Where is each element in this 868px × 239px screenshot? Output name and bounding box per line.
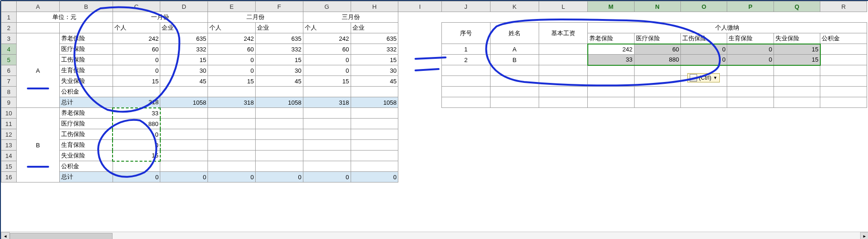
cell[interactable] <box>774 172 820 182</box>
cell[interactable]: 1 <box>441 44 490 55</box>
col-P[interactable]: P <box>727 1 774 12</box>
cell[interactable] <box>774 87 820 97</box>
cell[interactable] <box>727 12 774 23</box>
cell[interactable]: 332 <box>351 44 398 55</box>
cell[interactable] <box>208 161 256 172</box>
row-3[interactable]: 3 A 养老保险 242 635 242 635 242 635 养老保险 医疗… <box>1 33 867 44</box>
cell[interactable] <box>490 151 539 161</box>
cell[interactable]: 0 <box>351 172 398 182</box>
row-15[interactable]: 15 公积金 <box>1 161 867 172</box>
cell[interactable]: 15 <box>208 76 256 87</box>
col-E[interactable]: E <box>208 1 256 12</box>
cell[interactable] <box>727 76 774 87</box>
cell[interactable] <box>634 12 680 23</box>
cell[interactable] <box>820 108 867 119</box>
col-J[interactable]: J <box>441 1 490 12</box>
row-12[interactable]: 12 工伤保险 0 <box>1 129 867 140</box>
col-N[interactable]: N <box>634 1 680 12</box>
cell[interactable] <box>208 129 256 140</box>
cell[interactable]: 30 <box>255 65 303 76</box>
cell[interactable]: 318 <box>303 97 351 108</box>
hdr-name[interactable]: 姓名 <box>490 23 539 44</box>
cell[interactable] <box>681 129 727 140</box>
cell[interactable]: 33 <box>588 55 634 65</box>
col-F[interactable]: F <box>255 1 303 12</box>
cell[interactable] <box>398 65 441 76</box>
cell[interactable] <box>351 87 398 97</box>
cell[interactable] <box>303 87 351 97</box>
cell[interactable]: 242 <box>588 44 634 55</box>
row-6[interactable]: 6 生育保险 0 30 0 30 0 30 <box>1 65 867 76</box>
cell[interactable] <box>634 87 680 97</box>
cell[interactable] <box>727 119 774 129</box>
cell[interactable] <box>774 76 820 87</box>
cell[interactable]: 318 <box>113 97 160 108</box>
cell[interactable] <box>398 161 441 172</box>
cell[interactable] <box>681 161 727 172</box>
cell[interactable] <box>490 76 539 87</box>
cell[interactable] <box>16 23 59 33</box>
cell[interactable] <box>351 161 398 172</box>
row-10[interactable]: 10 B 养老保险 33 <box>1 108 867 119</box>
horizontal-scrollbar[interactable]: ◄ ► <box>1 232 868 239</box>
cell[interactable] <box>774 65 820 76</box>
cell[interactable] <box>208 140 256 151</box>
cell[interactable] <box>634 161 680 172</box>
cell[interactable]: 0 <box>303 55 351 65</box>
cell[interactable] <box>208 87 256 97</box>
cell[interactable] <box>539 161 587 172</box>
row-8[interactable]: 8 公积金 <box>1 87 867 97</box>
month1[interactable]: 一月份 <box>113 12 208 23</box>
cell[interactable] <box>820 129 867 140</box>
cell[interactable] <box>634 119 680 129</box>
cell[interactable]: 45 <box>351 76 398 87</box>
col-H[interactable]: H <box>351 1 398 12</box>
cell[interactable] <box>160 161 208 172</box>
cell[interactable]: 0 <box>113 140 160 151</box>
row-13[interactable]: 13 生育保险 0 <box>1 140 867 151</box>
column-header-row[interactable]: A B C D E F G H I J K L M N O P Q R <box>1 1 867 12</box>
cell[interactable]: 15 <box>160 55 208 65</box>
cell[interactable] <box>303 140 351 151</box>
cell[interactable] <box>539 87 587 97</box>
cell[interactable] <box>208 119 256 129</box>
sub[interactable]: 生育保险 <box>727 33 774 44</box>
cell[interactable] <box>774 129 820 140</box>
group-A[interactable]: A <box>16 33 59 108</box>
item[interactable]: 公积金 <box>60 161 113 172</box>
col-G[interactable]: G <box>303 1 351 12</box>
cell[interactable]: 0 <box>113 65 160 76</box>
cell[interactable] <box>774 151 820 161</box>
cell[interactable]: 45 <box>160 76 208 87</box>
cell[interactable] <box>351 140 398 151</box>
cell[interactable] <box>588 129 634 140</box>
cell[interactable] <box>398 12 441 23</box>
cell[interactable] <box>490 87 539 97</box>
cell[interactable] <box>255 161 303 172</box>
scroll-right-button[interactable]: ► <box>860 232 868 239</box>
cell[interactable] <box>351 151 398 161</box>
cell[interactable]: 60 <box>303 44 351 55</box>
cell[interactable] <box>820 119 867 129</box>
col-L[interactable]: L <box>539 1 587 12</box>
cell[interactable] <box>588 151 634 161</box>
cell[interactable] <box>303 108 351 119</box>
row-header[interactable]: 2 <box>1 23 17 33</box>
item[interactable]: 医疗保险 <box>60 44 113 55</box>
cell[interactable]: 0 <box>255 172 303 182</box>
cell[interactable] <box>441 87 490 97</box>
cell[interactable]: 1058 <box>160 97 208 108</box>
cell[interactable] <box>681 151 727 161</box>
row-header[interactable]: 15 <box>1 161 17 172</box>
cell[interactable] <box>398 76 441 87</box>
cell[interactable] <box>441 76 490 87</box>
item[interactable]: 失业保险 <box>60 151 113 161</box>
sub[interactable]: 工伤保险 <box>681 33 727 44</box>
item[interactable]: 医疗保险 <box>60 119 113 129</box>
row-header[interactable]: 12 <box>1 129 17 140</box>
paste-options-button[interactable]: (Ctrl) ▼ <box>687 73 720 82</box>
col-B[interactable]: B <box>60 1 113 12</box>
cell[interactable] <box>255 87 303 97</box>
cell[interactable] <box>539 140 587 151</box>
cell[interactable]: 15 <box>303 76 351 87</box>
